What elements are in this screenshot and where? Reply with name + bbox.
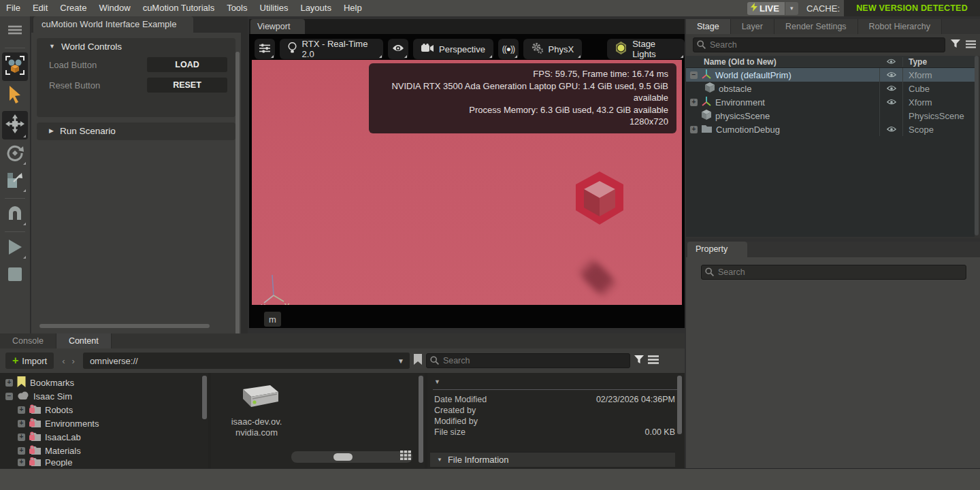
- frame-selection-tool[interactable]: [2, 52, 28, 81]
- tree-item-isaaclab[interactable]: + IsaacLab: [0, 430, 208, 444]
- server-item[interactable]: isaac-dev.ov. nvidia.com: [219, 384, 294, 438]
- column-visibility[interactable]: [879, 59, 902, 65]
- live-button[interactable]: LIVE: [747, 2, 785, 15]
- tree-item-people[interactable]: + People: [0, 457, 208, 467]
- thumbnail-zoom-slider[interactable]: [291, 451, 412, 463]
- import-button[interactable]: + Import: [5, 353, 54, 369]
- rotate-tool[interactable]: [2, 142, 28, 167]
- run-scenario-header[interactable]: ▶ Run Scenario: [37, 122, 235, 139]
- expand-expander-icon[interactable]: +: [18, 459, 25, 466]
- tab-stage[interactable]: Stage: [686, 19, 731, 34]
- menu-edit[interactable]: Edit: [27, 0, 54, 16]
- stage-row-cumotiondebug[interactable]: + CumotionDebug Scope: [686, 122, 975, 136]
- viewport-settings-button[interactable]: [255, 39, 275, 59]
- grid-scrollbar[interactable]: [419, 376, 423, 463]
- tree-item-robots[interactable]: + Robots: [0, 403, 208, 416]
- visibility-toggle[interactable]: [879, 82, 902, 95]
- options-icon[interactable]: [966, 39, 976, 51]
- visibility-button[interactable]: [388, 39, 408, 59]
- tree-scrollbar[interactable]: [202, 376, 207, 419]
- expand-expander-icon[interactable]: +: [690, 126, 698, 133]
- column-type[interactable]: Type: [902, 57, 975, 67]
- details-collapse-icon[interactable]: ▼: [427, 373, 685, 388]
- file-information-header[interactable]: ▼ File Information: [430, 452, 675, 467]
- menu-window[interactable]: Window: [93, 0, 136, 16]
- menu-create[interactable]: Create: [54, 0, 93, 16]
- extension-vertical-scrollbar[interactable]: [235, 52, 240, 344]
- filter-icon[interactable]: [951, 39, 960, 51]
- options-icon[interactable]: [648, 355, 659, 367]
- expand-expander-icon[interactable]: +: [18, 434, 25, 441]
- path-input[interactable]: [83, 356, 397, 366]
- stage-tree-header[interactable]: Name (Old to New) Type: [686, 56, 975, 68]
- physics-button[interactable]: PhysX: [523, 39, 583, 59]
- property-search-input[interactable]: [701, 265, 966, 280]
- unit-badge[interactable]: m: [264, 312, 281, 327]
- expand-expander-icon[interactable]: +: [18, 406, 25, 414]
- tab-property[interactable]: Property: [687, 242, 747, 257]
- world-controls-header[interactable]: ▼ World Controls: [37, 38, 235, 54]
- menu-layouts[interactable]: Layouts: [294, 0, 338, 16]
- menu-help[interactable]: Help: [338, 0, 368, 16]
- tab-viewport[interactable]: Viewport: [250, 19, 305, 34]
- tab-render-settings[interactable]: Render Settings: [774, 19, 858, 34]
- bookmark-icon[interactable]: [414, 354, 422, 368]
- stage-row-physicsscene[interactable]: physicsScene PhysicsScene: [686, 109, 975, 122]
- visibility-toggle[interactable]: [879, 68, 902, 82]
- tab-console[interactable]: Console: [0, 333, 56, 348]
- expand-expander-icon[interactable]: +: [690, 99, 698, 106]
- visibility-toggle[interactable]: [879, 95, 902, 109]
- menu-file[interactable]: File: [0, 0, 27, 16]
- renderer-button[interactable]: RTX - Real-Time 2.0: [280, 39, 384, 59]
- menu-cumotion-tutorials[interactable]: cuMotion Tutorials: [137, 0, 221, 16]
- visibility-toggle[interactable]: [879, 122, 902, 136]
- path-dropdown-icon[interactable]: ▼: [397, 357, 410, 365]
- snap-tool[interactable]: [2, 203, 28, 227]
- menu-utilities[interactable]: Utilities: [254, 0, 295, 16]
- render-view[interactable]: FPS: 59.75, Frame time: 16.74 ms NVIDIA …: [252, 60, 682, 305]
- sidebar-menu-button[interactable]: [2, 19, 28, 44]
- grid-view-icon[interactable]: [400, 451, 411, 463]
- stage-row-world[interactable]: − World (defaultPrim) Xform: [686, 68, 975, 82]
- load-button[interactable]: LOAD: [147, 57, 227, 72]
- expand-expander-icon[interactable]: +: [5, 379, 13, 387]
- obstacle-cube[interactable]: [570, 167, 629, 233]
- collapse-expander-icon[interactable]: −: [690, 71, 698, 79]
- select-tool[interactable]: [2, 84, 28, 108]
- column-name[interactable]: Name (Old to New): [686, 57, 879, 67]
- stage-lights-button[interactable]: Stage Lights: [607, 39, 685, 59]
- content-search-input[interactable]: [426, 353, 630, 368]
- tree-item-bookmarks[interactable]: + Bookmarks: [0, 376, 208, 389]
- cache-status-box[interactable]: NEW VERSION DETECTED: [844, 0, 980, 16]
- camera-button[interactable]: Perspective: [413, 39, 493, 59]
- stage-row-obstacle[interactable]: obstacle Cube: [686, 82, 975, 95]
- menu-tools[interactable]: Tools: [220, 0, 253, 16]
- details-scrollbar[interactable]: [677, 376, 682, 434]
- back-icon[interactable]: ‹: [62, 356, 65, 366]
- collapse-expander-icon[interactable]: −: [5, 393, 13, 400]
- expand-expander-icon[interactable]: +: [18, 420, 25, 427]
- stage-row-environment[interactable]: + Environment Xform: [686, 95, 975, 109]
- viewport-body[interactable]: RTX - Real-Time 2.0 Perspective ((●)): [249, 34, 685, 328]
- reset-button[interactable]: RESET: [147, 78, 227, 93]
- stage-search-input[interactable]: [693, 37, 945, 52]
- tree-item-materials[interactable]: + Materials: [0, 444, 208, 457]
- filter-icon[interactable]: [634, 355, 644, 367]
- forward-icon[interactable]: ›: [72, 356, 75, 366]
- stop-button[interactable]: [2, 263, 28, 288]
- tab-layer[interactable]: Layer: [731, 19, 774, 34]
- tab-cumotion-example[interactable]: cuMotion World Interface Example: [33, 16, 193, 33]
- expand-expander-icon[interactable]: +: [18, 447, 25, 455]
- extension-horizontal-scrollbar[interactable]: [39, 324, 210, 328]
- move-tool[interactable]: [2, 111, 28, 140]
- tree-item-isaac-sim[interactable]: − Isaac Sim: [0, 389, 208, 403]
- waypoint-button[interactable]: ((●)): [498, 39, 519, 59]
- stage-scrollbar[interactable]: [975, 56, 979, 235]
- play-button[interactable]: [2, 236, 28, 261]
- tab-content[interactable]: Content: [56, 333, 112, 348]
- scale-tool[interactable]: [2, 169, 28, 194]
- tree-item-environments[interactable]: + Environments: [0, 416, 208, 430]
- tab-robot-hierarchy[interactable]: Robot Hierarchy: [858, 19, 942, 34]
- zoom-slider-handle[interactable]: [333, 453, 353, 461]
- live-dropdown-chevron[interactable]: ▾: [785, 2, 798, 15]
